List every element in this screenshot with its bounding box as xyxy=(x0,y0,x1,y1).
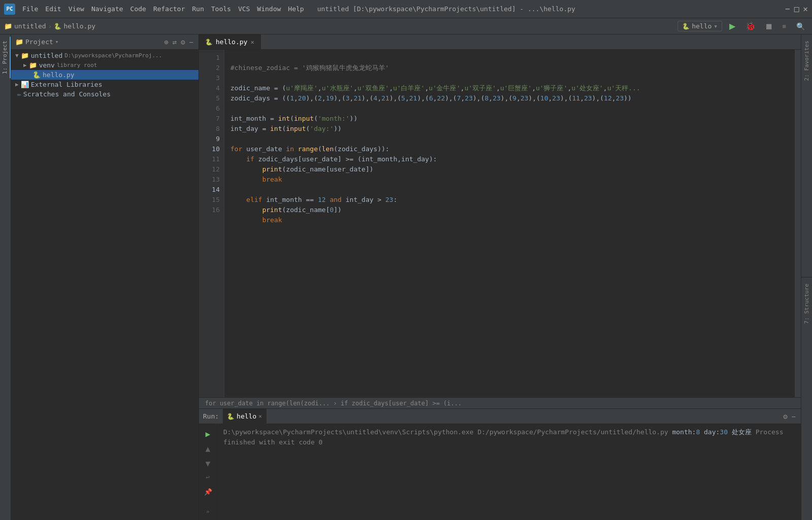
app-logo: PC xyxy=(4,4,15,15)
file-breadcrumb-icon: 🐍 xyxy=(54,23,61,30)
minimize-panel-icon[interactable]: − xyxy=(188,37,194,47)
project-icon: 📁 xyxy=(15,38,23,46)
venv-folder-icon: 📁 xyxy=(29,61,37,69)
tree-item-ext-label: External Libraries xyxy=(31,81,103,88)
tree-item-hello-py[interactable]: 🐍 hello.py xyxy=(11,70,198,80)
editor-area: 🐍 hello.py ✕ 12345 678 9▼ 10▼ 111213 14▼… xyxy=(199,34,801,408)
tab-file-icon: 🐍 xyxy=(205,39,213,46)
coverage-button[interactable]: ▦ xyxy=(763,21,775,31)
expand-icon: ▼ xyxy=(15,52,19,59)
scroll-up-icon[interactable]: ▲ xyxy=(205,443,212,455)
tree-item-untitled-path: D:\pyworkspace\PycharmProj... xyxy=(64,52,162,59)
menu-navigate[interactable]: Navigate xyxy=(88,4,126,14)
main-area: 1: Project 📁 Project ▾ ⊕ ⇄ ⚙ − ▼ 📁 untit… xyxy=(0,34,812,520)
breadcrumb: 📁 untitled › 🐍 hello.py xyxy=(4,22,95,30)
menu-tools[interactable]: Tools xyxy=(208,4,234,14)
right-structure-sidebar: 7: Structure xyxy=(801,278,812,521)
line-numbers: 12345 678 9▼ 10▼ 111213 14▼ 1516 xyxy=(199,50,224,397)
project-panel-tools: ⊕ ⇄ ⚙ − xyxy=(163,37,194,47)
right-sidebars: 2: Favorites 7: Structure xyxy=(801,34,812,520)
menu-run[interactable]: Run xyxy=(189,4,207,14)
run-day-label: day:30 xyxy=(704,428,728,436)
debug-button[interactable]: 🐞 xyxy=(742,20,759,32)
tree-item-venv-label: venv xyxy=(39,61,55,69)
folder-icon: 📁 xyxy=(21,52,29,59)
pin-icon[interactable]: 📌 xyxy=(203,487,213,497)
tree-item-untitled[interactable]: ▼ 📁 untitled D:\pyworkspace\PycharmProj.… xyxy=(11,51,198,60)
minimize-button[interactable]: − xyxy=(785,4,790,14)
tree-item-scratches[interactable]: ✏ Scratches and Consoles xyxy=(11,89,198,99)
title-bar: PC File Edit View Navigate Code Refactor… xyxy=(0,0,812,18)
tab-close-button[interactable]: ✕ xyxy=(251,39,254,46)
sidebar-tab-project[interactable]: 1: Project xyxy=(0,37,11,78)
project-name[interactable]: untitled xyxy=(14,22,46,30)
more-options-icon[interactable]: » xyxy=(205,507,211,516)
editor-scrollbar[interactable] xyxy=(795,50,801,397)
editor-tab-bar: 🐍 hello.py ✕ xyxy=(199,34,801,50)
menu-window[interactable]: Window xyxy=(254,4,284,14)
tree-item-untitled-label: untitled xyxy=(31,52,63,59)
run-panel: Run: 🐍 hello ✕ ⚙ − ▶ ▲ ▼ ↩ 📌 xyxy=(199,408,801,520)
nav-bar: 📁 untitled › 🐍 hello.py 🐍 hello ▾ ▶ 🐞 ▦ … xyxy=(0,18,812,34)
toolbar-right: 🐍 hello ▾ ▶ 🐞 ▦ ■ 🔍 xyxy=(678,20,808,32)
expand-ext-icon: ▶ xyxy=(15,81,19,88)
run-minimize-icon[interactable]: − xyxy=(791,411,797,422)
settings-icon[interactable]: ⚙ xyxy=(180,37,186,47)
window-controls: − □ ✕ xyxy=(785,4,808,14)
project-panel-title[interactable]: 📁 Project ▾ xyxy=(15,38,160,46)
run-button[interactable]: ▶ xyxy=(726,20,738,32)
menu-code[interactable]: Code xyxy=(127,4,149,14)
locate-file-icon[interactable]: ⊕ xyxy=(163,37,169,47)
close-button[interactable]: ✕ xyxy=(803,4,808,14)
right-favorites-sidebar: 2: Favorites xyxy=(801,34,812,278)
run-config-selector[interactable]: 🐍 hello ▾ xyxy=(678,21,722,31)
run-day-value: 30 xyxy=(720,428,728,436)
stop-button[interactable]: ■ xyxy=(779,21,789,31)
sidebar-tab-favorites[interactable]: 2: Favorites xyxy=(802,37,811,85)
tab-label: hello.py xyxy=(216,38,248,46)
run-sidebar: ▶ ▲ ▼ ↩ 📌 » xyxy=(199,424,217,520)
search-everywhere-button[interactable]: 🔍 xyxy=(793,21,808,31)
project-dropdown-icon: ▾ xyxy=(55,39,59,45)
expand-venv-icon: ▶ xyxy=(23,62,27,68)
run-panel-tools: ⚙ − xyxy=(782,411,797,422)
run-command-line: D:\pyworkspace\PycharmProjects\untitled\… xyxy=(223,428,668,436)
breadcrumb-text: for user_date in range(len(zodi... › if … xyxy=(205,400,462,407)
menu-refactor[interactable]: Refactor xyxy=(150,4,188,14)
tree-item-venv[interactable]: ▶ 📁 venv library root xyxy=(11,60,198,70)
editor-tab-hello-py[interactable]: 🐍 hello.py ✕ xyxy=(199,34,261,49)
wrap-lines-icon[interactable]: ↩ xyxy=(205,472,211,482)
run-panel-header: Run: 🐍 hello ✕ ⚙ − xyxy=(199,409,801,424)
menu-view[interactable]: View xyxy=(65,4,87,14)
menu-vcs[interactable]: VCS xyxy=(235,4,253,14)
scroll-down-icon[interactable]: ▼ xyxy=(205,458,212,469)
tree-item-external-libs[interactable]: ▶ 📊 External Libraries xyxy=(11,80,198,89)
tree-item-hello-label: hello.py xyxy=(43,71,75,79)
scratches-icon: ✏ xyxy=(17,90,21,98)
sidebar-tab-structure[interactable]: 7: Structure xyxy=(802,280,811,328)
run-tab-hello[interactable]: 🐍 hello ✕ xyxy=(223,409,266,424)
project-panel-header: 📁 Project ▾ ⊕ ⇄ ⚙ − xyxy=(11,34,198,50)
run-tab-close[interactable]: ✕ xyxy=(258,413,262,420)
run-tab-icon: 🐍 xyxy=(227,413,234,420)
collapse-all-icon[interactable]: ⇄ xyxy=(172,37,178,47)
maximize-button[interactable]: □ xyxy=(794,4,799,14)
menu-edit[interactable]: Edit xyxy=(42,4,64,14)
run-config-label: hello xyxy=(692,22,712,30)
python-file-icon: 🐍 xyxy=(32,71,41,79)
editor-breadcrumb-bar: for user_date in range(len(zodi... › if … xyxy=(199,397,801,408)
project-breadcrumb[interactable]: 📁 xyxy=(4,22,12,30)
run-again-button[interactable]: ▶ xyxy=(205,428,212,440)
menu-bar: File Edit View Navigate Code Refactor Ru… xyxy=(19,4,307,14)
file-name[interactable]: hello.py xyxy=(63,22,95,30)
menu-file[interactable]: File xyxy=(19,4,41,14)
run-config-dropdown-icon: ▾ xyxy=(714,22,718,30)
editor-content[interactable]: 12345 678 9▼ 10▼ 111213 14▼ 1516 #chines… xyxy=(199,50,801,397)
breadcrumb-sep: › xyxy=(48,22,52,30)
menu-help[interactable]: Help xyxy=(285,4,307,14)
tree-item-scratches-label: Scratches and Consoles xyxy=(23,90,111,98)
run-settings-icon[interactable]: ⚙ xyxy=(782,411,788,422)
run-label: Run: xyxy=(203,412,219,420)
code-editor[interactable]: #chinese_zodiac = '鸡猴狗猪鼠牛虎兔龙蛇马羊' zodic_n… xyxy=(224,50,795,397)
project-panel: 📁 Project ▾ ⊕ ⇄ ⚙ − ▼ 📁 untitled D:\pywo… xyxy=(11,34,199,520)
